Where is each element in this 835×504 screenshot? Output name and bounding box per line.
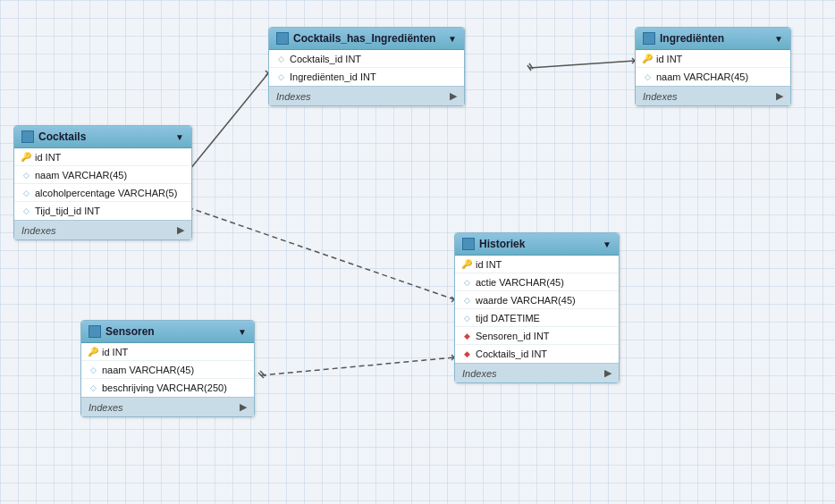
- chi-indexes[interactable]: Indexes ▶: [269, 86, 464, 105]
- table-icon: [89, 325, 101, 338]
- red-diamond-icon: ◆: [462, 332, 471, 340]
- table-icon: [462, 238, 475, 250]
- historiek-field-tijd: ◇ tijd DATETIME: [455, 309, 619, 327]
- sensoren-field-beschrijving: ◇ beschrijving VARCHAR(250): [81, 379, 254, 397]
- svg-line-5: [529, 61, 635, 68]
- ingredienten-table: Ingrediënten ▼ 🔑 id INT ◇ naam VARCHAR(4…: [635, 27, 791, 106]
- sensoren-header: Sensoren ▼: [81, 321, 254, 343]
- diamond-icon: ◇: [89, 383, 97, 392]
- key-icon: 🔑: [89, 348, 97, 357]
- cocktails-dropdown-icon[interactable]: ▼: [175, 132, 184, 142]
- chi-body: ◇ Cocktails_id INT ◇ Ingrediënten_id INT: [269, 50, 464, 86]
- ingredienten-title: Ingrediënten: [660, 32, 724, 45]
- sensoren-field-naam: ◇ naam VARCHAR(45): [81, 361, 254, 379]
- indexes-expand-icon[interactable]: ▶: [604, 367, 611, 379]
- chi-dropdown-icon[interactable]: ▼: [448, 34, 457, 44]
- diamond-icon: ◇: [21, 189, 30, 197]
- indexes-label: Indexes: [21, 225, 56, 236]
- historiek-field-id: 🔑 id INT: [455, 256, 619, 273]
- sensoren-dropdown-icon[interactable]: ▼: [238, 327, 247, 337]
- indexes-expand-icon[interactable]: ▶: [450, 90, 457, 102]
- historiek-field-sensoren-id: ◆ Sensoren_id INT: [455, 327, 619, 345]
- indexes-label: Indexes: [276, 91, 311, 102]
- table-icon: [21, 130, 34, 143]
- historiek-field-cocktails-id: ◆ Cocktails_id INT: [455, 345, 619, 363]
- cocktails-field-id: 🔑 id INT: [14, 148, 191, 166]
- sensoren-table: Sensoren ▼ 🔑 id INT ◇ naam VARCHAR(45) ◇…: [80, 320, 255, 417]
- ingredienten-field-naam: ◇ naam VARCHAR(45): [636, 68, 790, 86]
- indexes-expand-icon[interactable]: ▶: [776, 90, 783, 102]
- historiek-field-actie: ◇ actie VARCHAR(45): [455, 273, 619, 291]
- chi-header: Cocktails_has_Ingrediënten ▼: [269, 28, 464, 50]
- cocktails-field-tijd: ◇ Tijd_tijd_id INT: [14, 202, 191, 220]
- historiek-dropdown-icon[interactable]: ▼: [603, 239, 611, 249]
- chi-title: Cocktails_has_Ingrediënten: [293, 32, 435, 45]
- ingredienten-body: 🔑 id INT ◇ naam VARCHAR(45): [636, 50, 790, 86]
- ingredienten-dropdown-icon[interactable]: ▼: [774, 34, 783, 44]
- chi-field-cocktails-id: ◇ Cocktails_id INT: [269, 50, 464, 68]
- diamond-icon: ◇: [643, 72, 652, 81]
- diamond-icon: ◇: [462, 278, 471, 287]
- sensoren-indexes[interactable]: Indexes ▶: [81, 397, 254, 416]
- ingredienten-indexes[interactable]: Indexes ▶: [636, 86, 790, 105]
- diamond-icon: ◇: [276, 72, 285, 81]
- diamond-icon: ◇: [462, 296, 471, 305]
- chi-table: Cocktails_has_Ingrediënten ▼ ◇ Cocktails…: [268, 27, 465, 106]
- svg-line-10: [188, 207, 454, 299]
- table-icon: [643, 32, 655, 45]
- cocktails-body: 🔑 id INT ◇ naam VARCHAR(45) ◇ alcoholper…: [14, 148, 191, 220]
- diamond-icon: ◇: [462, 314, 471, 323]
- sensoren-title: Sensoren: [105, 325, 155, 338]
- svg-line-14: [258, 373, 264, 378]
- indexes-label: Indexes: [462, 368, 497, 379]
- historiek-header: Historiek ▼: [455, 233, 619, 256]
- table-icon: [276, 32, 289, 45]
- sensoren-body: 🔑 id INT ◇ naam VARCHAR(45) ◇ beschrijvi…: [81, 343, 254, 397]
- key-icon: 🔑: [462, 260, 471, 269]
- cocktails-table: Cocktails ▼ 🔑 id INT ◇ naam VARCHAR(45) …: [13, 125, 192, 240]
- historiek-title: Historiek: [479, 238, 525, 250]
- cocktails-field-naam: ◇ naam VARCHAR(45): [14, 166, 191, 184]
- historiek-table: Historiek ▼ 🔑 id INT ◇ actie VARCHAR(45)…: [454, 232, 620, 383]
- svg-line-6: [527, 65, 531, 71]
- key-icon: 🔑: [643, 55, 652, 63]
- historiek-body: 🔑 id INT ◇ actie VARCHAR(45) ◇ waarde VA…: [455, 256, 619, 363]
- red-diamond-icon: ◆: [462, 349, 471, 358]
- svg-line-15: [260, 371, 266, 376]
- svg-line-0: [186, 73, 268, 174]
- indexes-label: Indexes: [643, 91, 678, 102]
- historiek-indexes[interactable]: Indexes ▶: [455, 363, 619, 382]
- cocktails-header: Cocktails ▼: [14, 126, 191, 148]
- ingredienten-header: Ingrediënten ▼: [636, 28, 790, 50]
- diamond-icon: ◇: [21, 206, 30, 215]
- chi-field-ingredienten-id: ◇ Ingrediënten_id INT: [269, 68, 464, 86]
- key-icon: 🔑: [21, 153, 30, 162]
- cocktails-indexes[interactable]: Indexes ▶: [14, 220, 191, 239]
- cocktails-field-alcohol: ◇ alcoholpercentage VARCHAR(5): [14, 184, 191, 202]
- diamond-icon: ◇: [89, 365, 97, 374]
- diamond-icon: ◇: [21, 171, 30, 180]
- historiek-field-waarde: ◇ waarde VARCHAR(45): [455, 291, 619, 309]
- diamond-icon: ◇: [276, 55, 285, 63]
- cocktails-title: Cocktails: [38, 130, 86, 143]
- sensoren-field-id: 🔑 id INT: [81, 343, 254, 361]
- indexes-expand-icon[interactable]: ▶: [177, 224, 184, 236]
- indexes-expand-icon[interactable]: ▶: [240, 401, 247, 413]
- indexes-label: Indexes: [89, 402, 123, 413]
- svg-line-7: [529, 63, 533, 69]
- ingredienten-field-id: 🔑 id INT: [636, 50, 790, 68]
- svg-line-13: [261, 357, 454, 375]
